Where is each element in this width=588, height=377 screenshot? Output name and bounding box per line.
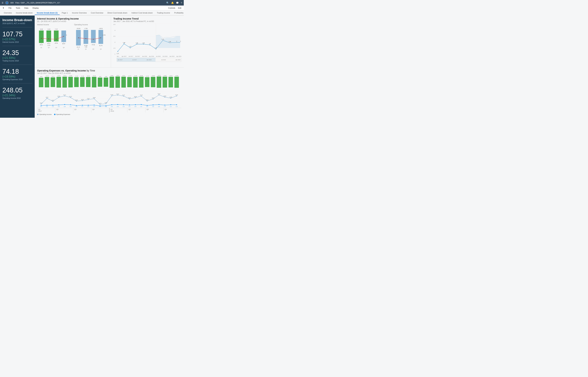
operating-income-label: Operating Income 2018 bbox=[2, 97, 32, 99]
svg-text:20.30: 20.30 bbox=[57, 96, 60, 97]
svg-text:21.87: 21.87 bbox=[122, 94, 125, 95]
svg-text:16.36: 16.36 bbox=[81, 99, 84, 100]
svg-text:18.45: 18.45 bbox=[46, 97, 48, 98]
metric-operating-expenses: 74.18 (+19.59%) Operating Expenses 2018 bbox=[2, 68, 32, 81]
svg-text:+20.64: +20.64 bbox=[76, 28, 80, 29]
svg-text:Q3: Q3 bbox=[92, 48, 94, 50]
notification-icon[interactable]: 🔔 bbox=[171, 1, 174, 4]
svg-text:2: 2 bbox=[176, 41, 177, 42]
chat-icon[interactable]: 💬 bbox=[176, 1, 179, 4]
svg-text:29.31: 29.31 bbox=[40, 44, 43, 46]
svg-point-159 bbox=[94, 105, 95, 106]
svg-point-127 bbox=[47, 98, 48, 99]
svg-point-162 bbox=[112, 104, 112, 105]
trading-trend-chart: Trading Income Trend Jan 2017....Jan 201… bbox=[111, 16, 184, 67]
svg-text:22.40: 22.40 bbox=[140, 94, 143, 95]
svg-rect-120 bbox=[168, 77, 173, 87]
metric-operating-income: 248.05 (+21.34%) Operating Income 2018 bbox=[2, 87, 32, 99]
svg-rect-30 bbox=[83, 30, 88, 44]
svg-point-170 bbox=[159, 104, 160, 105]
help-icon[interactable]: ? bbox=[181, 1, 182, 4]
menu-controls[interactable]: Controls bbox=[167, 6, 176, 10]
trading-trend-subtitle: Jan 2017....Jan 2018, ACT & Predicted FC… bbox=[113, 20, 181, 22]
interest-section-label: Interest Income bbox=[37, 24, 71, 26]
svg-point-172 bbox=[170, 104, 171, 105]
svg-text:Q2: Q2 bbox=[48, 47, 50, 48]
svg-point-133 bbox=[82, 100, 83, 101]
svg-point-166 bbox=[135, 104, 136, 105]
svg-text:1.86: 1.86 bbox=[136, 42, 138, 44]
tab-overview[interactable]: Overview bbox=[2, 11, 14, 15]
svg-text:4.36: 4.36 bbox=[75, 106, 77, 107]
tab-income-breakdown-1[interactable]: Income break-down (1) bbox=[35, 11, 60, 15]
interest-bars-svg: +8.89 29.31 Q1 +4.03 26.27 -0.75 Q2 bbox=[37, 26, 71, 54]
menu-file[interactable]: File bbox=[8, 6, 12, 10]
svg-text:+15.43: +15.43 bbox=[140, 75, 143, 76]
svg-text:+15.81: +15.81 bbox=[110, 75, 113, 76]
legend-dot-expenses bbox=[54, 114, 55, 115]
tab-profitability[interactable]: Profitability bbox=[172, 11, 184, 15]
svg-point-136 bbox=[100, 104, 100, 105]
svg-point-152 bbox=[52, 105, 53, 106]
top-bar: ☰ 👤 009 Files / SAP__FS_GEN_BANKSPROFITA… bbox=[0, 0, 184, 6]
chart-legend: Operating Income Operating Expenses bbox=[37, 114, 181, 115]
hamburger-icon[interactable]: ☰ bbox=[2, 2, 3, 4]
svg-rect-92 bbox=[86, 77, 90, 87]
svg-point-157 bbox=[82, 105, 83, 106]
svg-point-144 bbox=[147, 101, 148, 101]
trading-income-change: (+21.93%) bbox=[2, 57, 32, 59]
svg-text:20.69: 20.69 bbox=[163, 95, 166, 97]
svg-text:5.29: 5.29 bbox=[87, 106, 89, 107]
svg-text:5.57: 5.57 bbox=[129, 106, 131, 107]
tab-direct-cost[interactable]: Direct Cost break-down bbox=[105, 11, 129, 15]
menu-data[interactable]: Data bbox=[24, 6, 29, 10]
svg-point-42 bbox=[78, 37, 79, 38]
operating-chart-subtitle: Jan Q1 2017...Dec Q4 2018, ACT, in mUSD bbox=[37, 72, 181, 74]
svg-rect-106 bbox=[127, 77, 132, 87]
svg-point-24 bbox=[63, 36, 64, 37]
svg-text:4.52: 4.52 bbox=[146, 106, 148, 107]
svg-text:5.78: 5.78 bbox=[93, 106, 95, 107]
svg-rect-114 bbox=[151, 77, 155, 87]
svg-point-138 bbox=[112, 95, 112, 96]
svg-point-146 bbox=[159, 94, 160, 95]
sidebar-subtitle: 2018 (Δ2017), ACT, in mUSD bbox=[2, 23, 32, 24]
svg-text:Q4: Q4 bbox=[100, 48, 101, 50]
operating-income-value: 248.05 bbox=[2, 87, 32, 94]
svg-text:-2.9%: -2.9% bbox=[102, 35, 106, 36]
svg-text:4.17: 4.17 bbox=[40, 106, 42, 107]
menu-edit[interactable]: Edit bbox=[177, 6, 182, 10]
tab-trading-income[interactable]: Trading Income bbox=[155, 11, 172, 15]
svg-rect-110 bbox=[139, 77, 144, 88]
menu-display[interactable]: Display bbox=[32, 6, 39, 10]
svg-text:+15.13: +15.13 bbox=[63, 75, 66, 76]
svg-rect-88 bbox=[74, 77, 79, 87]
tab-indirect-cost[interactable]: Indirect Cost break-down bbox=[129, 11, 155, 15]
svg-rect-1 bbox=[39, 30, 44, 43]
svg-text:+8.89: +8.89 bbox=[40, 29, 43, 30]
svg-point-126 bbox=[41, 104, 42, 105]
svg-point-22 bbox=[49, 39, 49, 39]
svg-text:6.97: 6.97 bbox=[140, 106, 142, 107]
svg-text:23.22: 23.22 bbox=[158, 93, 160, 94]
tab-cost-overview[interactable]: Cost Overview bbox=[89, 11, 105, 15]
svg-point-145 bbox=[153, 99, 154, 100]
app-path: Files / SAP__FS_GEN_BANKSPROFITABILITY_V… bbox=[15, 2, 60, 4]
svg-text:Q2: Q2 bbox=[85, 48, 87, 50]
svg-text:+12.85: +12.85 bbox=[151, 75, 155, 76]
svg-point-169 bbox=[153, 105, 154, 106]
svg-point-139 bbox=[117, 95, 118, 95]
svg-point-168 bbox=[147, 105, 148, 106]
svg-text:+7.67: +7.67 bbox=[55, 29, 58, 30]
dropdown-icon[interactable]: ▼ bbox=[2, 6, 5, 10]
chart-scrollbar[interactable]: Jan 2017 Jul 2017 Jan 2018 Jul 2018 Jan … bbox=[117, 58, 181, 62]
top-charts: Interest Income & Operating Income Q1...… bbox=[35, 16, 184, 68]
metric-interest-income: 107.75 (+22.57%) Interest Income 2018 bbox=[2, 31, 32, 43]
tab-income-breakdown[interactable]: Income break-down bbox=[14, 11, 35, 15]
tab-income-overview[interactable]: Income Overview bbox=[70, 11, 89, 15]
svg-rect-90 bbox=[80, 77, 85, 87]
search-icon[interactable]: 🔍 bbox=[166, 1, 169, 4]
menu-tools[interactable]: Tools bbox=[15, 6, 21, 10]
tab-page-1[interactable]: Page 1 bbox=[60, 11, 70, 15]
svg-text:+11.50: +11.50 bbox=[75, 76, 78, 77]
